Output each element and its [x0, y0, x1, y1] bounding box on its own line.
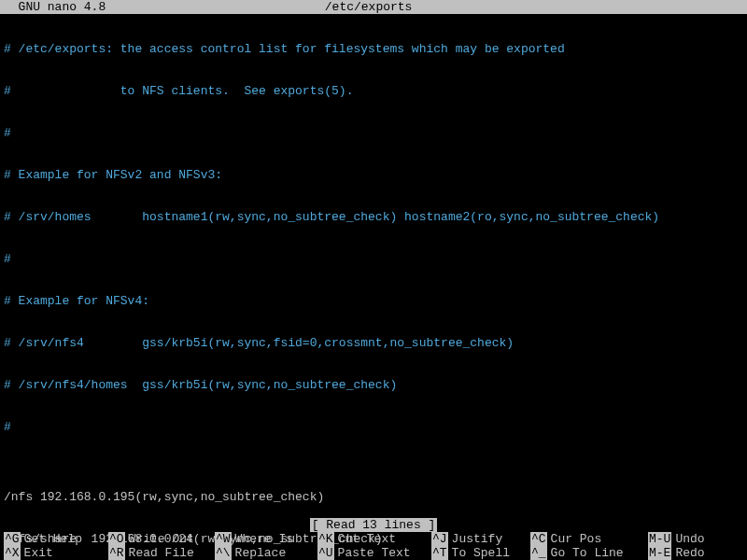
shortcut-row: ^GGet Help ^OWrite Out ^WWhere Is ^KCut …	[4, 532, 743, 546]
file-line: # /etc/exports: the access control list …	[4, 42, 743, 56]
shortcut-redo[interactable]: M-ERedo	[648, 546, 726, 560]
shortcut-read-file[interactable]: ^RRead File	[108, 546, 215, 560]
shortcut-get-help[interactable]: ^GGet Help	[4, 532, 108, 546]
title-bar: GNU nano 4.8 /etc/exports	[0, 0, 747, 14]
shortcut-justify[interactable]: ^JJustify	[431, 532, 530, 546]
file-line: # to NFS clients. See exports(5).	[4, 84, 743, 98]
shortcut-cur-pos[interactable]: ^CCur Pos	[530, 532, 648, 546]
shortcut-write-out[interactable]: ^OWrite Out	[108, 532, 215, 546]
file-line: # /srv/nfs4/homes gss/krb5i(rw,sync,no_s…	[4, 378, 743, 392]
file-line: # Example for NFSv4:	[4, 294, 743, 308]
file-line: # /srv/homes hostname1(rw,sync,no_subtre…	[4, 210, 743, 224]
shortcut-to-spell[interactable]: ^TTo Spell	[431, 546, 530, 560]
file-line: # /srv/nfs4 gss/krb5i(rw,sync,fsid=0,cro…	[4, 336, 743, 350]
shortcut-paste-text[interactable]: ^UPaste Text	[317, 546, 431, 560]
editor-content[interactable]: # /etc/exports: the access control list …	[0, 14, 747, 560]
file-line: /nfs 192.168.0.195(rw,sync,no_subtree_ch…	[4, 490, 743, 504]
file-line: #	[4, 252, 743, 266]
file-line: #	[4, 420, 743, 434]
shortcut-undo[interactable]: M-UUndo	[648, 532, 726, 546]
shortcut-exit[interactable]: ^XExit	[4, 546, 108, 560]
shortcut-go-to-line[interactable]: ^_Go To Line	[530, 546, 648, 560]
shortcut-row: ^XExit ^RRead File ^\Replace ^UPaste Tex…	[4, 546, 743, 560]
file-path: /etc/exports	[0, 0, 743, 14]
shortcut-bar: ^GGet Help ^OWrite Out ^WWhere Is ^KCut …	[0, 532, 747, 560]
file-line: #	[4, 126, 743, 140]
status-message: [ Read 13 lines ]	[0, 518, 747, 532]
shortcut-replace[interactable]: ^\Replace	[215, 546, 317, 560]
file-line: # Example for NFSv2 and NFSv3:	[4, 168, 743, 182]
shortcut-cut-text[interactable]: ^KCut Text	[317, 532, 431, 546]
shortcut-where-is[interactable]: ^WWhere Is	[215, 532, 317, 546]
